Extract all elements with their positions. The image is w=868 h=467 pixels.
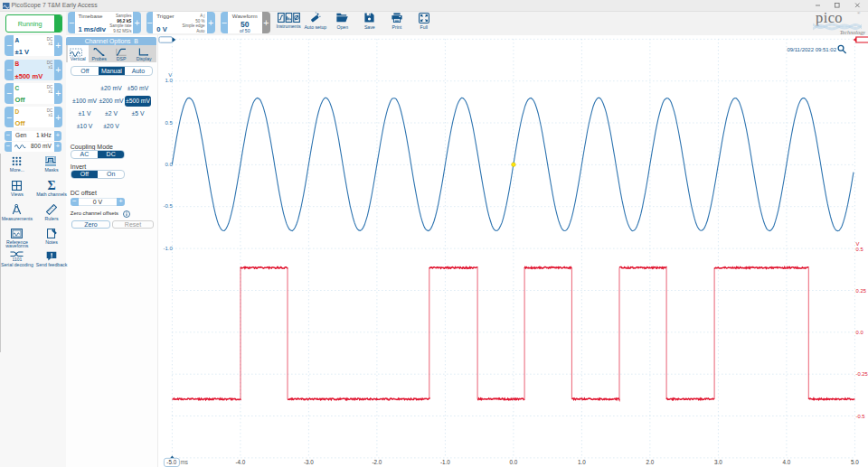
svg-text:0.5: 0.5 xyxy=(856,247,863,252)
svg-text:V: V xyxy=(856,241,860,247)
svg-text:-1.0: -1.0 xyxy=(163,246,173,251)
svg-text:-0.5: -0.5 xyxy=(163,203,173,209)
svg-text:-1.0: -1.0 xyxy=(440,459,450,465)
svg-text:0.5: 0.5 xyxy=(165,120,173,126)
svg-text:-0.25: -0.25 xyxy=(856,371,868,377)
svg-text:4.0: 4.0 xyxy=(783,459,791,465)
svg-text:3.0: 3.0 xyxy=(714,459,722,465)
svg-text:-4.0: -4.0 xyxy=(235,459,245,465)
svg-text:09/11/2022 09:51:02: 09/11/2022 09:51:02 xyxy=(787,47,836,52)
svg-text:1101: 1101 xyxy=(13,256,23,260)
svg-text:0.25: 0.25 xyxy=(856,288,866,294)
svg-text:0.0: 0.0 xyxy=(856,330,863,335)
svg-text:0.0: 0.0 xyxy=(165,162,173,167)
svg-text:5.0: 5.0 xyxy=(851,459,859,465)
svg-text:0.0: 0.0 xyxy=(510,459,518,465)
svg-text:-2.0: -2.0 xyxy=(372,459,382,465)
svg-text:-0.5: -0.5 xyxy=(856,414,865,419)
svg-text:-3.0: -3.0 xyxy=(304,459,314,465)
svg-text:1.0: 1.0 xyxy=(165,78,173,83)
svg-text:ms: ms xyxy=(181,459,188,465)
svg-text:2.0: 2.0 xyxy=(646,459,655,465)
svg-text:-5.0: -5.0 xyxy=(166,459,176,465)
svg-text:1.0: 1.0 xyxy=(578,459,586,465)
